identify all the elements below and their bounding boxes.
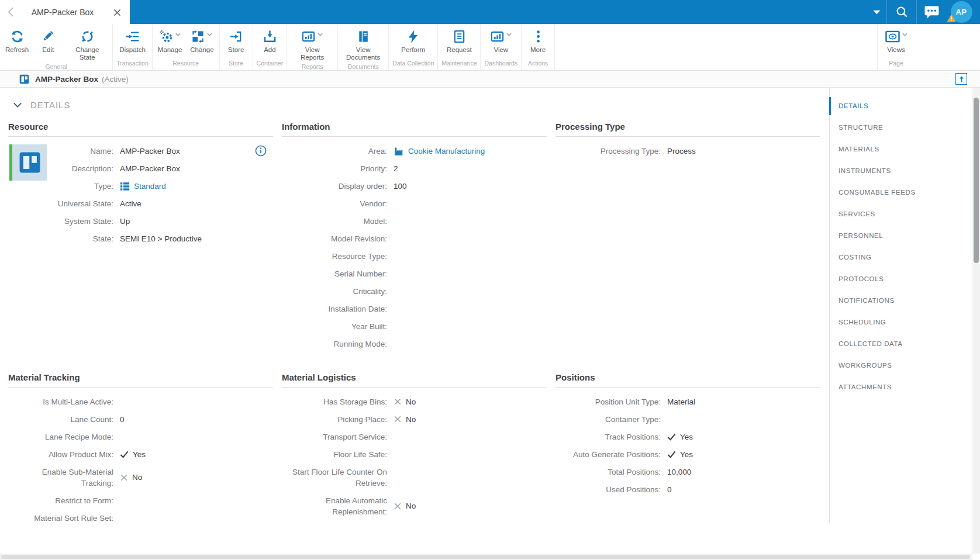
ribbon-group-container: AddContainer <box>253 24 288 70</box>
close-icon[interactable] <box>113 8 121 19</box>
panel-processing-type: Processing Type Processing Type:Process <box>555 121 820 352</box>
field-label: Position Unit Type: <box>555 396 661 407</box>
chevron-down-icon <box>902 33 907 36</box>
nav-item-instruments[interactable]: INSTRUMENTS <box>830 160 972 182</box>
field-value: 2 <box>394 163 398 174</box>
info-icon[interactable] <box>254 144 267 160</box>
field-label: Vendor: <box>282 198 387 209</box>
ribbon-button-change-state[interactable]: Change State <box>63 29 111 61</box>
document-tab[interactable]: AMP-Packer Box <box>0 0 130 24</box>
nav-item-workgroups[interactable]: WORKGROUPS <box>830 355 972 376</box>
panel-material-logistics: Material Logistics Has Storage Bins:NoPi… <box>282 372 547 527</box>
change-icon <box>191 30 205 43</box>
ribbon-group-maintenance: RequestMaintenance <box>438 24 481 70</box>
view-documents-icon <box>357 30 370 43</box>
nav-item-collected-data[interactable]: COLLECTED DATA <box>830 333 972 355</box>
field-row: Is Multi-Lane Active: <box>8 393 273 410</box>
nav-item-structure[interactable]: STRUCTURE <box>830 117 972 139</box>
views-icon <box>885 30 900 43</box>
nav-item-details[interactable]: DETAILS <box>830 95 972 117</box>
field-label: Floor Life Safe: <box>282 449 387 460</box>
ribbon-button-more[interactable]: More <box>523 29 553 54</box>
ribbon-button-views[interactable]: Views <box>881 29 912 54</box>
field-label: Auto Generate Positions: <box>555 449 661 460</box>
breadcrumb: AMP-Packer Box (Active) <box>0 71 980 88</box>
search-icon[interactable] <box>887 0 916 24</box>
panel-positions: Positions Position Unit Type:MaterialCon… <box>555 372 820 527</box>
chat-icon[interactable] <box>917 0 946 24</box>
nav-item-consumable-feeds[interactable]: CONSUMABLE FEEDS <box>830 182 972 203</box>
field-value: 0 <box>120 414 125 425</box>
field-label: Installation Date: <box>282 303 387 314</box>
field-row: Installation Date: <box>282 300 547 317</box>
ribbon-button-perform[interactable]: Perform <box>397 29 429 54</box>
back-chevron-icon[interactable] <box>8 6 14 20</box>
field-label: Start Floor Life Counter On Retrieve: <box>282 466 387 489</box>
field-row: System State:Up <box>8 212 273 230</box>
ribbon-group-general: RefreshEditChange StateGeneral <box>0 24 113 70</box>
field-row: Criticality: <box>282 282 547 300</box>
ribbon-button-view-reports[interactable]: View Reports <box>288 29 336 61</box>
nav-item-costing[interactable]: COSTING <box>830 247 972 268</box>
ribbon-button-label: View Documents <box>343 46 383 61</box>
ribbon-button-view-documents[interactable]: View Documents <box>339 29 387 61</box>
horizontal-scrollbar[interactable] <box>0 554 972 560</box>
field-row: Enable Automatic Replenishment:No <box>282 492 547 520</box>
refresh-icon <box>11 30 24 43</box>
field-value-link[interactable]: Standard <box>134 181 166 192</box>
ribbon-group-label: Container <box>254 58 286 70</box>
nav-item-scheduling[interactable]: SCHEDULING <box>830 312 972 333</box>
ribbon-button-add[interactable]: Add <box>254 29 285 54</box>
user-menu[interactable]: AP <box>946 1 976 23</box>
nav-item-attachments[interactable]: ATTACHMENTS <box>830 376 972 398</box>
ribbon-group-dashboards: ViewDashboards <box>481 24 522 70</box>
vertical-scrollbar-thumb[interactable] <box>974 98 979 263</box>
ribbon-button-store[interactable]: Store <box>221 29 251 54</box>
panel-grid: Resource Name:AMP-Packer BoxDescription:… <box>8 121 821 527</box>
nav-item-materials[interactable]: MATERIALS <box>830 139 972 160</box>
check-icon <box>667 433 676 441</box>
field-label: Material Sort Rule Set: <box>8 513 113 524</box>
ribbon-group-label: Dashboards <box>482 58 520 70</box>
horizontal-scrollbar-thumb[interactable] <box>1 555 970 559</box>
field-row: Year Built: <box>282 317 547 335</box>
ribbon-button-change[interactable]: Change <box>186 29 218 54</box>
panel-title: Material Tracking <box>8 372 273 388</box>
ribbon-button-manage[interactable]: Manage <box>154 29 187 54</box>
ribbon-button-label: Store <box>228 46 244 54</box>
nav-item-protocols[interactable]: PROTOCOLS <box>830 268 972 290</box>
expand-panel-icon[interactable] <box>955 73 967 85</box>
field-label: Enable Automatic Replenishment: <box>282 495 387 517</box>
field-row: Material Sort Rule Set: <box>8 509 273 527</box>
field-row: Universal State:Active <box>8 195 273 212</box>
field-label: Container Type: <box>555 414 661 425</box>
top-right-actions: AP <box>867 0 980 24</box>
chevron-down-icon[interactable] <box>867 0 886 24</box>
nav-item-notifications[interactable]: NOTIFICATIONS <box>830 290 972 312</box>
field-label: Serial Number: <box>282 268 387 279</box>
view-reports-icon <box>302 30 315 43</box>
field-value: No <box>406 396 416 407</box>
ribbon-button-edit[interactable]: Edit <box>33 29 63 54</box>
resource-thumbnail <box>9 144 47 181</box>
nav-item-personnel[interactable]: PERSONNEL <box>830 225 972 247</box>
field-row: Processing Type:Process <box>555 142 820 160</box>
ribbon-toolbar: RefreshEditChange StateGeneralDispatchTr… <box>0 24 980 71</box>
ribbon-group-reports: View ReportsReports <box>287 24 338 70</box>
vertical-scrollbar[interactable] <box>972 88 980 554</box>
ribbon-group-label: Actions <box>523 58 553 70</box>
manage-icon <box>160 30 173 43</box>
nav-item-services[interactable]: SERVICES <box>830 203 972 225</box>
field-label: Picking Place: <box>282 414 387 425</box>
ribbon-button-request[interactable]: Request <box>443 29 476 54</box>
field-row: Resource Type: <box>282 247 547 265</box>
details-section-toggle[interactable]: DETAILS <box>13 100 829 110</box>
cross-icon <box>120 473 128 482</box>
ribbon-button-dispatch[interactable]: Dispatch <box>115 29 150 54</box>
change-state-icon <box>81 30 94 43</box>
field-value-link[interactable]: Cookie Manufacturing <box>408 146 485 157</box>
breadcrumb-status: (Active) <box>102 75 129 84</box>
field-label: Used Positions: <box>555 484 661 495</box>
ribbon-button-view[interactable]: View <box>486 29 516 54</box>
ribbon-button-refresh[interactable]: Refresh <box>1 29 33 54</box>
